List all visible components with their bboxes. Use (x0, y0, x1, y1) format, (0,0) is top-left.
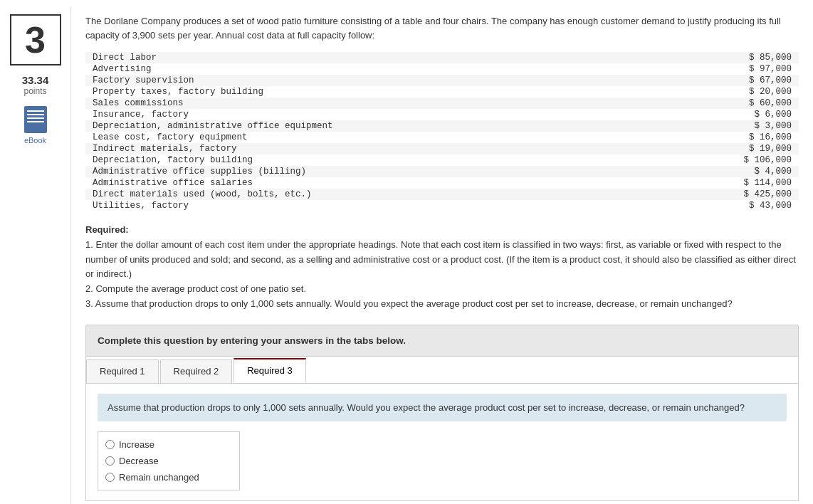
cost-label: Depreciation, factory building (93, 155, 720, 165)
cost-amount: $ 20,000 (720, 87, 792, 97)
cost-row: Insurance, factory$ 6,000 (85, 109, 799, 120)
cost-row: Lease cost, factory equipment$ 16,000 (85, 132, 799, 143)
cost-row: Administrative office supplies (billing)… (85, 166, 799, 177)
cost-label: Direct labor (93, 53, 720, 63)
cost-row: Depreciation, administrative office equi… (85, 120, 799, 132)
cost-label: Administrative office supplies (billing) (93, 167, 720, 177)
ebook-label: eBook (24, 136, 46, 145)
cost-amount: $ 19,000 (720, 144, 792, 154)
ebook-button[interactable]: eBook (24, 106, 47, 145)
complete-banner: Complete this question by entering your … (85, 325, 799, 357)
cost-amount: $ 6,000 (720, 110, 792, 120)
cost-amount: $ 85,000 (720, 53, 792, 63)
required-item-3: 3. Assume that production drops to only … (85, 298, 733, 309)
cost-label: Indirect materials, factory (93, 144, 720, 154)
cost-label: Lease cost, factory equipment (93, 132, 720, 142)
cost-label: Advertising (93, 64, 720, 74)
cost-row: Direct materials used (wood, bolts, etc.… (85, 189, 799, 200)
cost-label: Insurance, factory (93, 110, 720, 120)
tab-req3[interactable]: Required 3 (234, 358, 306, 383)
cost-amount: $ 43,000 (720, 201, 792, 211)
tab3-description: Assume that production drops to only 1,0… (98, 394, 787, 422)
required-section: Required: 1. Enter the dollar amount of … (85, 223, 799, 312)
cost-row: Administrative office salaries$ 114,000 (85, 177, 799, 189)
cost-row: Sales commissions$ 60,000 (85, 98, 799, 109)
radio-increase[interactable] (105, 440, 115, 449)
radio-group: IncreaseDecreaseRemain unchanged (98, 431, 240, 490)
cost-row: Factory supervision$ 67,000 (85, 75, 799, 86)
question-number: 3 (10, 14, 61, 65)
cost-label: Sales commissions (93, 98, 720, 108)
radio-option-decrease[interactable]: Decrease (98, 453, 239, 469)
cost-amount: $ 97,000 (720, 64, 792, 74)
cost-row: Depreciation, factory building$ 106,000 (85, 154, 799, 166)
tab-req2[interactable]: Required 2 (160, 359, 233, 383)
points-label: points (23, 86, 46, 96)
cost-label: Utilities, factory (93, 201, 720, 211)
cost-label: Administrative office salaries (93, 178, 720, 188)
cost-label: Factory supervision (93, 75, 720, 85)
cost-row: Indirect materials, factory$ 19,000 (85, 143, 799, 154)
radio-label-unchanged: Remain unchanged (119, 472, 199, 483)
radio-label-decrease: Decrease (119, 456, 159, 466)
cost-amount: $ 67,000 (720, 75, 792, 85)
tab3-content: Assume that production drops to only 1,0… (86, 384, 798, 501)
cost-amount: $ 114,000 (720, 178, 792, 188)
cost-amount: $ 4,000 (720, 167, 792, 177)
question-text: The Dorilane Company produces a set of w… (85, 14, 799, 42)
cost-label: Direct materials used (wood, bolts, etc.… (93, 189, 720, 199)
cost-label: Property taxes, factory building (93, 87, 720, 97)
radio-decrease[interactable] (105, 456, 115, 466)
cost-row: Property taxes, factory building$ 20,000 (85, 86, 799, 98)
cost-amount: $ 425,000 (720, 189, 792, 199)
cost-amount: $ 3,000 (720, 121, 792, 131)
cost-row: Advertising$ 97,000 (85, 63, 799, 75)
required-heading: Required: (85, 224, 129, 235)
required-item-2: 2. Compute the average product cost of o… (85, 283, 306, 294)
tab-req1[interactable]: Required 1 (86, 359, 159, 383)
points-value: 33.34 (22, 74, 49, 86)
required-item-1: 1. Enter the dollar amount of each cost … (85, 239, 796, 280)
cost-amount: $ 16,000 (720, 132, 792, 142)
cost-row: Utilities, factory$ 43,000 (85, 200, 799, 211)
tabs-container: Required 1Required 2Required 3 Assume th… (85, 357, 799, 502)
cost-row: Direct labor$ 85,000 (85, 52, 799, 63)
cost-amount: $ 60,000 (720, 98, 792, 108)
cost-amount: $ 106,000 (720, 155, 792, 165)
cost-table: Direct labor$ 85,000Advertising$ 97,000F… (85, 52, 799, 211)
tabs-header: Required 1Required 2Required 3 (86, 357, 798, 384)
radio-option-increase[interactable]: Increase (98, 436, 239, 453)
radio-option-unchanged[interactable]: Remain unchanged (98, 469, 239, 485)
sidebar: 3 33.34 points eBook (0, 7, 71, 504)
radio-unchanged[interactable] (105, 473, 115, 482)
ebook-icon (24, 106, 47, 133)
cost-label: Depreciation, administrative office equi… (93, 121, 720, 131)
radio-label-increase: Increase (119, 439, 154, 450)
main-content: The Dorilane Company produces a set of w… (71, 7, 813, 504)
